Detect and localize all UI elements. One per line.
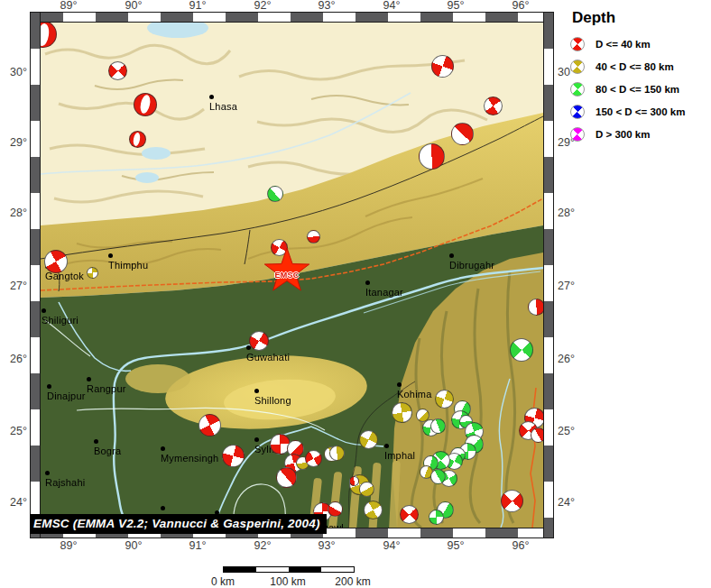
axis-label: 94° <box>383 0 401 12</box>
beachball-marker <box>510 338 533 362</box>
city-label: Itanagar <box>365 287 403 298</box>
scale-bar-label: 100 km <box>270 575 305 588</box>
beachball-marker <box>429 510 444 525</box>
beachball-marker <box>430 469 446 484</box>
legend-beachball-icon <box>570 105 585 119</box>
beachball-marker <box>430 418 446 434</box>
axis-label: 91° <box>189 0 207 12</box>
axis-label: 27° <box>10 280 27 292</box>
axis-label: 93° <box>319 539 336 552</box>
beachball-marker <box>271 239 288 256</box>
legend-item-label: D > 300 km <box>596 129 650 140</box>
map-canvas: LhasaThimphuGangtokShiliguriDibrugahrIta… <box>41 23 543 528</box>
beachball-marker <box>329 446 345 461</box>
axis-label: 95° <box>448 0 465 12</box>
map-frame-left <box>30 12 41 538</box>
map-frame-top <box>30 12 554 23</box>
axis-label: 92° <box>254 539 272 552</box>
legend-item: 40 < D <= 80 km <box>570 59 709 74</box>
city-dot <box>254 437 259 442</box>
axis-label: 94° <box>383 539 401 552</box>
city-dot <box>42 308 46 313</box>
city-marker-kohima: Kohima <box>397 378 432 400</box>
beachball-marker <box>501 490 523 512</box>
legend-items: D <= 40 km40 < D <= 80 km80 < D <= 150 k… <box>568 36 709 142</box>
city-marker-shiliguri: Shiliguri <box>42 304 78 326</box>
beachball-marker <box>528 299 544 316</box>
axis-label: 89° <box>60 0 78 12</box>
legend-beachball-icon <box>570 82 585 96</box>
axis-label: 93° <box>319 0 336 12</box>
axis-label: 25° <box>10 425 27 437</box>
axis-label: 92° <box>254 0 272 12</box>
scale-bar: 0 km100 km200 km <box>223 566 355 573</box>
city-label: Bogra <box>94 446 121 456</box>
city-label: Imphal <box>384 450 415 461</box>
axis-label: 91° <box>189 539 207 552</box>
city-dot <box>209 95 214 99</box>
city-marker-imphal: Imphal <box>384 439 415 461</box>
axis-label: 29° <box>10 136 27 149</box>
beachball-marker <box>129 131 146 148</box>
beachball-marker <box>267 186 283 202</box>
beachball-lens <box>139 95 152 115</box>
scale-bar-label: 200 km <box>335 575 370 588</box>
city-marker-dibrugahr: Dibrugahr <box>449 249 494 271</box>
axis-label: 90° <box>125 539 143 552</box>
seismicity-map-page: { "legend": { "title": "Depth", "items":… <box>0 0 711 588</box>
city-label: Kohima <box>397 389 432 400</box>
map-markers-layer: LhasaThimphuGangtokShiliguriDibrugahrIta… <box>41 23 543 528</box>
axis-label: 96° <box>512 539 530 552</box>
legend-beachball-icon <box>570 60 585 74</box>
axis-label: 89° <box>60 539 78 552</box>
credit-bar: EMSC (EMMA V2.2; Vannucci & Gasperini, 2… <box>30 514 327 534</box>
legend-title: Depth <box>572 9 709 27</box>
beachball-marker <box>435 390 454 409</box>
beachball-marker <box>364 501 383 519</box>
city-label: Dinajpur <box>47 390 86 401</box>
axis-label: 24° <box>10 496 27 509</box>
city-dot <box>254 389 259 393</box>
beachball-marker <box>108 61 127 80</box>
city-label: Dibrugahr <box>449 260 494 271</box>
city-dot <box>161 446 165 451</box>
axis-label: 28° <box>558 207 575 219</box>
beachball-marker <box>307 230 320 243</box>
axis-label: 24° <box>558 496 575 509</box>
legend-item: D > 300 km <box>570 126 709 142</box>
axis-label: 95° <box>448 539 465 552</box>
beachball-marker <box>222 445 245 467</box>
axis-label: 90° <box>125 0 143 12</box>
axis-label: 25° <box>558 425 575 437</box>
city-dot <box>87 377 91 381</box>
axis-label: 27° <box>558 280 575 292</box>
city-marker-rangpur: Rangpur <box>87 372 126 394</box>
legend-item-label: 80 < D <= 150 km <box>596 84 679 95</box>
legend-item-label: 40 < D <= 80 km <box>596 61 674 72</box>
city-dot <box>47 384 51 389</box>
city-dot <box>397 382 402 387</box>
city-dot <box>384 444 389 448</box>
beachball-marker <box>484 96 503 115</box>
city-dot <box>161 506 165 510</box>
city-dot <box>94 439 98 444</box>
beachball-marker <box>41 23 57 48</box>
city-label: Mymensingh <box>161 453 218 464</box>
beachball-lens <box>133 132 142 146</box>
beachball-marker <box>199 414 221 436</box>
city-dot <box>45 471 50 475</box>
beachball-marker <box>531 427 544 443</box>
axis-label: 96° <box>512 0 530 12</box>
city-label: Lhasa <box>209 101 237 112</box>
beachball-marker <box>44 250 68 273</box>
city-dot <box>108 253 113 258</box>
beachball-marker <box>419 143 445 170</box>
city-marker-bogra: Bogra <box>94 435 121 456</box>
beachball-marker <box>134 93 157 116</box>
city-marker-lhasa: Lhasa <box>209 90 237 112</box>
axis-label: 30° <box>10 66 27 78</box>
beachball-marker <box>87 267 98 279</box>
city-marker-shillong: Shillong <box>254 384 291 406</box>
legend-item-label: 150 < D <= 300 km <box>596 106 685 117</box>
beachball-marker <box>359 482 374 497</box>
